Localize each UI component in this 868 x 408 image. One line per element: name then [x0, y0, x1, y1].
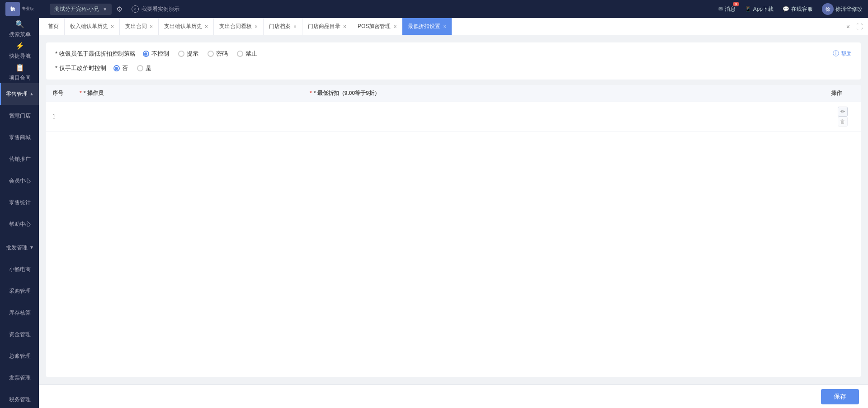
sidebar-label-contract: 项目合同	[9, 74, 31, 82]
contract-icon: 📋	[15, 63, 24, 73]
sidebar-item-contract[interactable]: 📋 项目合同	[0, 61, 39, 83]
tab-min-discount-label: 最低折扣设置	[408, 23, 440, 30]
radio-no-control[interactable]: 不控制	[143, 50, 169, 58]
tab-store-catalog[interactable]: 门店商品目录 ×	[302, 18, 352, 35]
tab-close-all-icon[interactable]: ×	[844, 23, 852, 30]
cell-discount	[303, 102, 825, 131]
sidebar-label-finance: 资金管理	[9, 331, 31, 338]
tab-income-history-label: 收入确认单历史	[70, 23, 108, 30]
project-selector[interactable]: 测试分开完程·小兄 ▼	[50, 4, 112, 15]
radio-prompt[interactable]: 提示	[178, 50, 198, 58]
tab-income-history[interactable]: 收入确认单历史 ×	[65, 18, 120, 35]
messages-button[interactable]: ✉ 消息 8	[718, 5, 736, 13]
project-name: 测试分开完程·小兄	[54, 5, 99, 13]
tab-store-catalog-close[interactable]: ×	[343, 23, 346, 30]
settings-icon[interactable]: ⚙	[116, 5, 123, 14]
sidebar: 🔍 搜索菜单 ⚡ 快捷导航 📋 项目合同 零售管理 ▲ 智慧门店 零售商城 营销…	[0, 18, 39, 408]
help-link[interactable]: ⓘ 帮助	[833, 50, 852, 58]
col-header-actions: 操作	[825, 85, 861, 102]
service-icon: 💬	[783, 6, 789, 12]
sidebar-item-retail-mall[interactable]: 零售商城	[0, 127, 39, 148]
demo-link[interactable]: ○ 我要看实例演示	[132, 5, 179, 13]
logo-text: 专业版	[22, 6, 34, 12]
save-button[interactable]: 保存	[821, 389, 859, 404]
messages-badge: 8	[733, 2, 739, 6]
sidebar-label-purchase: 采购管理	[9, 287, 31, 295]
tab-store-catalog-label: 门店商品目录	[308, 23, 340, 30]
tab-store-archive[interactable]: 门店档案 ×	[264, 18, 302, 35]
help-label: 帮助	[841, 50, 852, 58]
sidebar-item-ledger[interactable]: 总账管理	[0, 345, 39, 367]
table-row: 1 ✏ 🗑	[46, 102, 861, 131]
tab-expense-contract[interactable]: 支出合同 ×	[120, 18, 159, 35]
content-area: 首页 收入确认单历史 × 支出合同 × 支出确认单历史 × 支出合同看板 × 门…	[39, 18, 868, 408]
sidebar-item-retail-stats[interactable]: 零售统计	[0, 192, 39, 213]
tab-pos-encryption-close[interactable]: ×	[393, 23, 396, 30]
app-download-button[interactable]: 📱 App下载	[745, 5, 774, 13]
tab-expense-history[interactable]: 支出确认单历史 ×	[159, 18, 214, 35]
header-center: 测试分开完程·小兄 ▼ ⚙ ○ 我要看实例演示	[44, 4, 718, 15]
tab-expense-contract-close[interactable]: ×	[150, 23, 153, 30]
search-icon: 🔍	[15, 19, 24, 29]
col-header-seq: 序号	[46, 85, 73, 102]
logo-area: 畅 专业版	[5, 2, 44, 16]
sidebar-label-inventory: 库存核算	[9, 309, 31, 317]
tab-pos-encryption-label: POS加密管理	[358, 23, 391, 30]
avatar: 徐	[822, 3, 834, 15]
discount-policy-radio-group: 不控制 提示 密码 禁止	[143, 50, 257, 58]
online-service-button[interactable]: 💬 在线客服	[783, 5, 813, 13]
help-icon: ⓘ	[833, 50, 839, 58]
tab-expense-board-close[interactable]: ×	[255, 23, 258, 30]
tab-income-history-close[interactable]: ×	[111, 23, 114, 30]
sidebar-item-invoice[interactable]: 发票管理	[0, 367, 39, 389]
radio-password-circle	[208, 51, 214, 57]
sidebar-item-finance[interactable]: 资金管理	[0, 324, 39, 345]
tab-home[interactable]: 首页	[42, 18, 65, 35]
tab-expense-board[interactable]: 支出合同看板 ×	[214, 18, 264, 35]
sidebar-item-search[interactable]: 🔍 搜索菜单	[0, 18, 39, 40]
tab-store-archive-close[interactable]: ×	[293, 23, 297, 30]
sidebar-label-wholesale: 批发管理	[6, 244, 28, 252]
sidebar-item-quicknav[interactable]: ⚡ 快捷导航	[0, 40, 39, 61]
radio-password[interactable]: 密码	[208, 50, 228, 58]
retail-arrow-icon: ▲	[29, 91, 34, 97]
delete-button[interactable]: 🗑	[838, 117, 848, 127]
tab-min-discount-close[interactable]: ×	[443, 23, 446, 30]
col-header-discount-label: * 最低折扣（9.00等于9折）	[314, 90, 380, 96]
tab-pos-encryption[interactable]: POS加密管理 ×	[352, 18, 402, 35]
radio-yes-circle	[137, 65, 143, 71]
radio-no[interactable]: 否	[113, 64, 128, 72]
tab-min-discount[interactable]: 最低折扣设置 ×	[402, 18, 452, 35]
operator-required-mark: *	[80, 90, 82, 96]
sidebar-item-inventory[interactable]: 库存核算	[0, 302, 39, 324]
radio-forbid[interactable]: 禁止	[237, 50, 257, 58]
sidebar-label-ledger: 总账管理	[9, 352, 31, 360]
col-header-discount: ** 最低折扣（9.00等于9折）	[303, 85, 825, 102]
sidebar-item-tax[interactable]: 税务管理	[0, 389, 39, 408]
col-header-operator-label: * 操作员	[84, 90, 104, 96]
tab-expense-history-close[interactable]: ×	[205, 23, 208, 30]
discount-policy-row: * 收银员低于最低折扣控制策略 不控制 提示 密码	[55, 50, 852, 58]
sidebar-item-ecommerce[interactable]: 小畅电商	[0, 258, 39, 280]
radio-prompt-label: 提示	[187, 50, 198, 58]
sidebar-item-purchase[interactable]: 采购管理	[0, 280, 39, 302]
quicknav-icon: ⚡	[15, 41, 24, 51]
radio-no-control-circle	[143, 51, 149, 57]
user-menu-button[interactable]: 徐 徐泽华修改	[822, 3, 863, 15]
manual-change-label: * 仅手工改价时控制	[55, 64, 106, 72]
radio-yes[interactable]: 是	[137, 64, 151, 72]
sidebar-item-smart-store[interactable]: 智慧门店	[0, 105, 39, 127]
col-header-operator: ** 操作员	[73, 85, 303, 102]
sidebar-item-marketing[interactable]: 营销推广	[0, 148, 39, 170]
sidebar-item-member[interactable]: 会员中心	[0, 170, 39, 192]
bottom-bar: 保存	[39, 385, 868, 408]
sidebar-item-help[interactable]: 帮助中心	[0, 213, 39, 235]
sidebar-label-retail: 零售管理	[6, 90, 28, 98]
tab-expand-icon[interactable]: ⛶	[854, 23, 864, 30]
edit-button[interactable]: ✏	[838, 107, 848, 117]
sidebar-item-wholesale[interactable]: 批发管理 ▼	[0, 237, 39, 258]
sidebar-label-retail-mall: 零售商城	[9, 134, 31, 141]
sidebar-item-retail[interactable]: 零售管理 ▲	[0, 83, 39, 105]
radio-yes-label: 是	[146, 64, 151, 72]
wholesale-arrow-icon: ▼	[29, 244, 34, 251]
